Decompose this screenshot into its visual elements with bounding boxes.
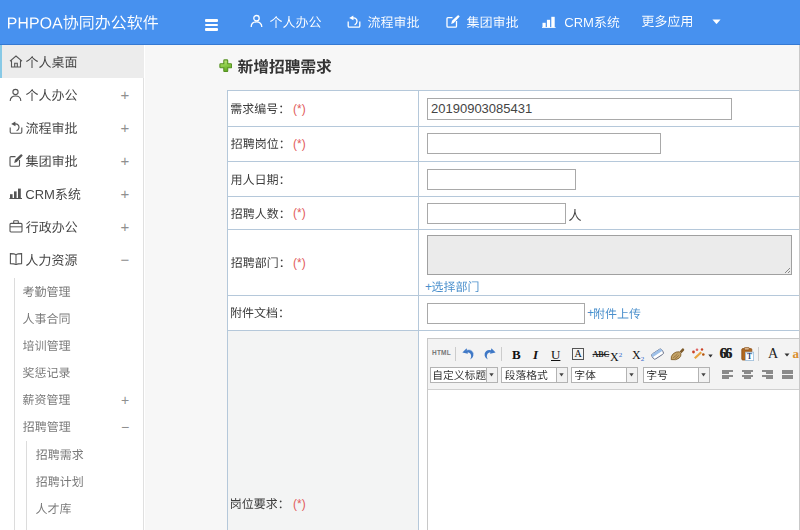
svg-text:T: T xyxy=(747,352,752,361)
